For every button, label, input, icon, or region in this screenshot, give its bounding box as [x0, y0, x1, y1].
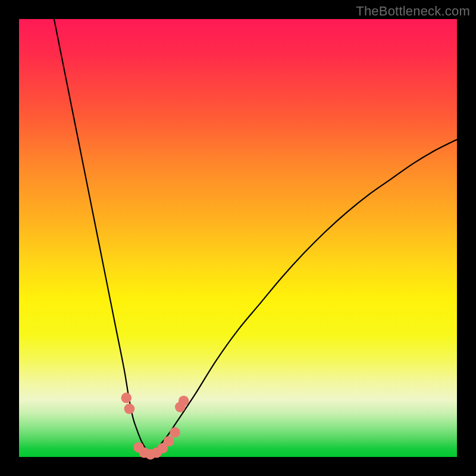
data-marker	[124, 403, 135, 414]
marker-group	[121, 393, 189, 460]
curve-right-branch	[151, 139, 457, 455]
data-marker	[170, 427, 180, 438]
watermark-text: TheBottleneck.com	[356, 4, 470, 19]
curve-left-branch	[54, 19, 151, 455]
chart-plot-area	[19, 19, 457, 457]
data-marker	[178, 396, 189, 406]
data-marker	[121, 393, 131, 403]
chart-svg	[19, 19, 457, 457]
chart-frame: TheBottleneck.com	[0, 0, 476, 476]
data-marker	[164, 436, 174, 447]
